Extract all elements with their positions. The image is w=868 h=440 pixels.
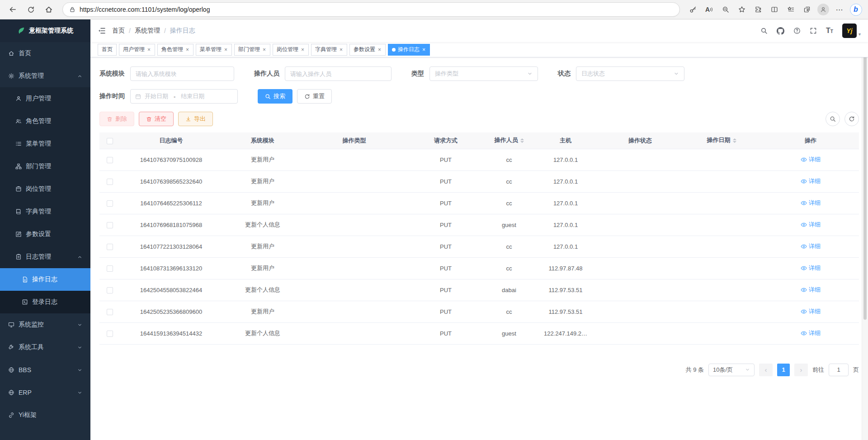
address-bar[interactable]: https://ccnetcore.com:1101/system/log/op… <box>62 2 680 17</box>
hamburger-icon <box>98 27 106 35</box>
row-checkbox[interactable] <box>107 265 113 272</box>
split-screen-icon[interactable] <box>767 2 782 17</box>
next-page-button[interactable]: › <box>794 364 808 376</box>
help-icon[interactable] <box>793 27 801 34</box>
tab-operlog[interactable]: 操作日志× <box>388 44 430 56</box>
user-avatar[interactable]: Yj ▾ <box>842 24 861 38</box>
date-range-picker[interactable]: 开始日期 - 结束日期 <box>130 89 238 104</box>
close-icon[interactable]: × <box>185 47 189 52</box>
status-select[interactable]: 日志状态 <box>576 66 684 81</box>
row-checkbox[interactable] <box>107 200 113 207</box>
github-icon[interactable] <box>777 27 784 35</box>
row-checkbox[interactable] <box>107 244 113 250</box>
browser-back-button[interactable] <box>5 2 21 17</box>
close-icon[interactable]: × <box>224 47 228 52</box>
sidebar-item-bbs[interactable]: BBS <box>0 359 90 381</box>
sort-control[interactable] <box>520 137 524 145</box>
detail-link[interactable]: 详细 <box>801 156 821 164</box>
close-icon[interactable]: × <box>377 47 382 52</box>
sidebar-item-dict[interactable]: 字典管理 <box>0 200 90 223</box>
detail-link[interactable]: 详细 <box>801 199 821 207</box>
browser-refresh-button[interactable] <box>23 2 39 17</box>
detail-link[interactable]: 详细 <box>801 242 821 251</box>
export-button[interactable]: 导出 <box>178 112 213 126</box>
row-checkbox[interactable] <box>107 222 113 228</box>
zoom-icon[interactable] <box>718 2 733 17</box>
delete-button[interactable]: 删除 <box>99 112 134 126</box>
favorites-icon[interactable] <box>783 2 798 17</box>
clear-button[interactable]: 清空 <box>139 112 174 126</box>
sidebar-item-system[interactable]: 系统管理 <box>0 65 90 87</box>
sidebar-item-erp[interactable]: ERP <box>0 381 90 404</box>
prev-page-button[interactable]: ‹ <box>759 364 773 376</box>
sidebar-item-dept[interactable]: 部门管理 <box>0 155 90 178</box>
tab-post[interactable]: 岗位管理× <box>273 44 309 56</box>
sidebar-item-tool[interactable]: 系统工具 <box>0 336 90 359</box>
row-checkbox[interactable] <box>107 157 113 163</box>
search-button[interactable]: 搜索 <box>258 89 292 104</box>
goto-page-input[interactable] <box>829 364 849 376</box>
browser-home-button[interactable] <box>41 2 57 17</box>
detail-link[interactable]: 详细 <box>801 286 821 294</box>
fullscreen-icon[interactable] <box>810 27 817 34</box>
extensions-icon[interactable] <box>750 2 766 17</box>
tab-menu[interactable]: 菜单管理× <box>196 44 232 56</box>
page-scrollbar[interactable] <box>862 19 868 440</box>
sidebar-item-post[interactable]: 岗位管理 <box>0 178 90 200</box>
detail-link[interactable]: 详细 <box>801 177 821 185</box>
search-icon[interactable] <box>760 27 768 34</box>
close-icon[interactable]: × <box>422 47 426 52</box>
read-aloud-icon[interactable]: A <box>702 2 717 17</box>
profile-avatar[interactable] <box>816 2 831 17</box>
close-icon[interactable]: × <box>147 47 151 52</box>
tab-dict[interactable]: 字典管理× <box>311 44 347 56</box>
breadcrumb-home[interactable]: 首页 <box>112 27 125 35</box>
tab-param[interactable]: 参数设置× <box>349 44 386 56</box>
sort-control[interactable] <box>733 137 736 145</box>
detail-link[interactable]: 详细 <box>801 221 821 229</box>
tab-user[interactable]: 用户管理× <box>119 44 155 56</box>
page-size-select[interactable]: 10条/页 <box>708 364 755 376</box>
reset-button[interactable]: 重置 <box>297 89 332 104</box>
add-favorite-icon[interactable] <box>734 2 750 17</box>
module-input[interactable] <box>130 66 234 81</box>
row-checkbox[interactable] <box>107 309 113 315</box>
sidebar-item-yi[interactable]: Yi框架 <box>0 404 90 426</box>
settings-menu-icon[interactable]: ⋯ <box>832 2 847 17</box>
close-icon[interactable]: × <box>262 47 266 52</box>
close-icon[interactable]: × <box>339 47 343 52</box>
detail-link[interactable]: 详细 <box>801 329 821 337</box>
copilot-icon[interactable]: b <box>848 2 863 17</box>
password-key-icon[interactable] <box>685 2 701 17</box>
row-checkbox[interactable] <box>107 287 113 293</box>
operator-input[interactable] <box>285 66 392 81</box>
sidebar-toggle[interactable] <box>98 27 106 35</box>
font-size-icon[interactable]: TT <box>826 27 833 34</box>
tab-dept[interactable]: 部门管理× <box>234 44 270 56</box>
sidebar-item-menu[interactable]: 菜单管理 <box>0 132 90 155</box>
row-checkbox[interactable] <box>107 179 113 185</box>
row-checkbox[interactable] <box>107 331 113 337</box>
detail-link[interactable]: 详细 <box>801 308 821 316</box>
tab-role[interactable]: 角色管理× <box>157 44 193 56</box>
collections-icon[interactable] <box>799 2 815 17</box>
sidebar-item-operlog[interactable]: 操作日志 <box>0 268 90 291</box>
close-icon[interactable]: × <box>301 47 305 52</box>
app-logo[interactable]: 意框架管理系统 <box>0 19 90 42</box>
sidebar-item-home[interactable]: 首页 <box>0 42 90 65</box>
toggle-search-button[interactable] <box>826 112 840 126</box>
breadcrumb-system[interactable]: 系统管理 <box>135 27 160 35</box>
sidebar-item-user[interactable]: 用户管理 <box>0 87 90 110</box>
sidebar-item-log[interactable]: 日志管理 <box>0 246 90 268</box>
detail-link[interactable]: 详细 <box>801 264 821 272</box>
type-select[interactable]: 操作类型 <box>429 66 538 81</box>
sidebar-item-loginlog[interactable]: 登录日志 <box>0 291 90 313</box>
page-number-1[interactable]: 1 <box>777 364 790 376</box>
refresh-table-button[interactable] <box>844 112 859 126</box>
select-all-checkbox[interactable] <box>107 138 113 144</box>
sidebar-item-monitor[interactable]: 系统监控 <box>0 313 90 336</box>
sidebar-item-role[interactable]: 角色管理 <box>0 110 90 132</box>
scrollbar-thumb[interactable] <box>863 21 867 320</box>
tab-home[interactable]: 首页 <box>98 44 117 56</box>
sidebar-item-param[interactable]: 参数设置 <box>0 223 90 246</box>
